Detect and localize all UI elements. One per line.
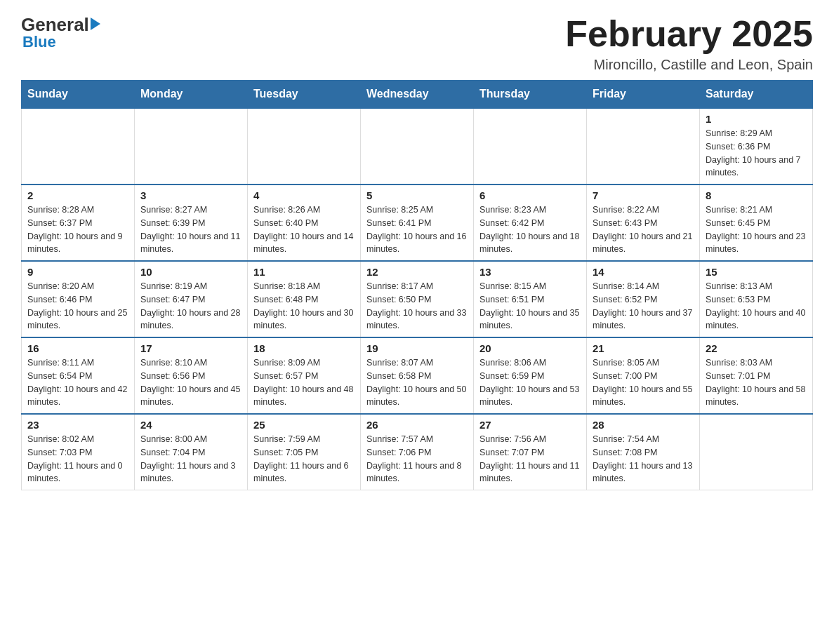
day-info: Sunrise: 8:25 AMSunset: 6:41 PMDaylight:…: [366, 203, 468, 256]
page-header: General Blue February 2025 Mironcillo, C…: [21, 14, 813, 73]
calendar-cell-w1-d2: [135, 108, 248, 185]
logo-arrow-icon: [91, 18, 100, 30]
day-info: Sunrise: 8:18 AMSunset: 6:48 PMDaylight:…: [253, 280, 355, 333]
day-info: Sunrise: 8:00 AMSunset: 7:04 PMDaylight:…: [140, 433, 241, 485]
calendar-cell-w2-d4: 5Sunrise: 8:25 AMSunset: 6:41 PMDaylight…: [361, 185, 474, 261]
day-number: 14: [593, 266, 694, 278]
day-info: Sunrise: 8:07 AMSunset: 6:58 PMDaylight:…: [366, 356, 468, 409]
day-number: 3: [140, 189, 241, 201]
calendar-cell-w4-d7: 22Sunrise: 8:03 AMSunset: 7:01 PMDayligh…: [700, 337, 813, 414]
col-header-monday: Monday: [135, 81, 248, 109]
day-number: 15: [706, 266, 807, 278]
calendar-cell-w5-d4: 26Sunrise: 7:57 AMSunset: 7:06 PMDayligh…: [361, 414, 474, 490]
day-info: Sunrise: 8:11 AMSunset: 6:54 PMDaylight:…: [27, 356, 128, 409]
day-info: Sunrise: 8:28 AMSunset: 6:37 PMDaylight:…: [27, 203, 128, 256]
calendar-week-3: 9Sunrise: 8:20 AMSunset: 6:46 PMDaylight…: [22, 261, 813, 337]
day-number: 23: [27, 419, 128, 431]
day-number: 12: [366, 266, 468, 278]
day-number: 10: [140, 266, 241, 278]
calendar-cell-w4-d2: 17Sunrise: 8:10 AMSunset: 6:56 PMDayligh…: [135, 337, 248, 414]
day-number: 16: [27, 342, 128, 354]
calendar-cell-w4-d4: 19Sunrise: 8:07 AMSunset: 6:58 PMDayligh…: [361, 337, 474, 414]
calendar-cell-w2-d5: 6Sunrise: 8:23 AMSunset: 6:42 PMDaylight…: [474, 185, 587, 261]
day-info: Sunrise: 8:09 AMSunset: 6:57 PMDaylight:…: [253, 356, 355, 409]
calendar-cell-w2-d3: 4Sunrise: 8:26 AMSunset: 6:40 PMDaylight…: [248, 185, 361, 261]
day-number: 7: [593, 189, 694, 201]
logo-area: General Blue: [21, 14, 100, 51]
col-header-thursday: Thursday: [474, 81, 587, 109]
col-header-sunday: Sunday: [22, 81, 135, 109]
calendar-cell-w2-d6: 7Sunrise: 8:22 AMSunset: 6:43 PMDaylight…: [587, 185, 700, 261]
calendar-cell-w1-d6: [587, 108, 700, 185]
calendar-cell-w4-d3: 18Sunrise: 8:09 AMSunset: 6:57 PMDayligh…: [248, 337, 361, 414]
day-number: 8: [706, 189, 807, 201]
day-info: Sunrise: 8:21 AMSunset: 6:45 PMDaylight:…: [706, 203, 807, 256]
calendar-cell-w4-d5: 20Sunrise: 8:06 AMSunset: 6:59 PMDayligh…: [474, 337, 587, 414]
calendar-cell-w3-d2: 10Sunrise: 8:19 AMSunset: 6:47 PMDayligh…: [135, 261, 248, 337]
calendar-week-1: 1Sunrise: 8:29 AMSunset: 6:36 PMDaylight…: [22, 108, 813, 185]
day-info: Sunrise: 7:54 AMSunset: 7:08 PMDaylight:…: [593, 433, 694, 485]
day-number: 19: [366, 342, 468, 354]
day-info: Sunrise: 8:03 AMSunset: 7:01 PMDaylight:…: [706, 356, 807, 409]
day-number: 28: [593, 419, 694, 431]
calendar-cell-w1-d3: [248, 108, 361, 185]
day-number: 22: [706, 342, 807, 354]
col-header-wednesday: Wednesday: [361, 81, 474, 109]
day-number: 20: [479, 342, 581, 354]
day-number: 4: [253, 189, 355, 201]
day-number: 1: [706, 113, 807, 125]
day-info: Sunrise: 8:15 AMSunset: 6:51 PMDaylight:…: [479, 280, 581, 333]
day-info: Sunrise: 7:57 AMSunset: 7:06 PMDaylight:…: [366, 433, 468, 485]
title-area: February 2025 Mironcillo, Castille and L…: [565, 14, 813, 73]
calendar-cell-w2-d2: 3Sunrise: 8:27 AMSunset: 6:39 PMDaylight…: [135, 185, 248, 261]
calendar-cell-w1-d4: [361, 108, 474, 185]
day-number: 24: [140, 419, 241, 431]
day-info: Sunrise: 8:23 AMSunset: 6:42 PMDaylight:…: [479, 203, 581, 256]
calendar-cell-w5-d5: 27Sunrise: 7:56 AMSunset: 7:07 PMDayligh…: [474, 414, 587, 490]
calendar-cell-w5-d6: 28Sunrise: 7:54 AMSunset: 7:08 PMDayligh…: [587, 414, 700, 490]
calendar-header-row: Sunday Monday Tuesday Wednesday Thursday…: [22, 81, 813, 109]
calendar-cell-w1-d1: [22, 108, 135, 185]
calendar-cell-w2-d7: 8Sunrise: 8:21 AMSunset: 6:45 PMDaylight…: [700, 185, 813, 261]
day-info: Sunrise: 8:26 AMSunset: 6:40 PMDaylight:…: [253, 203, 355, 256]
day-info: Sunrise: 8:27 AMSunset: 6:39 PMDaylight:…: [140, 203, 241, 256]
calendar-cell-w3-d4: 12Sunrise: 8:17 AMSunset: 6:50 PMDayligh…: [361, 261, 474, 337]
day-info: Sunrise: 8:13 AMSunset: 6:53 PMDaylight:…: [706, 280, 807, 333]
calendar-cell-w4-d6: 21Sunrise: 8:05 AMSunset: 7:00 PMDayligh…: [587, 337, 700, 414]
day-info: Sunrise: 7:59 AMSunset: 7:05 PMDaylight:…: [253, 433, 355, 485]
day-number: 13: [479, 266, 581, 278]
calendar-cell-w5-d1: 23Sunrise: 8:02 AMSunset: 7:03 PMDayligh…: [22, 414, 135, 490]
calendar-title: February 2025: [565, 14, 813, 54]
calendar-cell-w5-d2: 24Sunrise: 8:00 AMSunset: 7:04 PMDayligh…: [135, 414, 248, 490]
calendar-cell-w3-d5: 13Sunrise: 8:15 AMSunset: 6:51 PMDayligh…: [474, 261, 587, 337]
calendar-cell-w5-d3: 25Sunrise: 7:59 AMSunset: 7:05 PMDayligh…: [248, 414, 361, 490]
calendar-cell-w1-d7: 1Sunrise: 8:29 AMSunset: 6:36 PMDaylight…: [700, 108, 813, 185]
day-info: Sunrise: 8:17 AMSunset: 6:50 PMDaylight:…: [366, 280, 468, 333]
calendar-cell-w4-d1: 16Sunrise: 8:11 AMSunset: 6:54 PMDayligh…: [22, 337, 135, 414]
calendar-cell-w2-d1: 2Sunrise: 8:28 AMSunset: 6:37 PMDaylight…: [22, 185, 135, 261]
day-number: 6: [479, 189, 581, 201]
day-info: Sunrise: 8:20 AMSunset: 6:46 PMDaylight:…: [27, 280, 128, 333]
col-header-friday: Friday: [587, 81, 700, 109]
day-info: Sunrise: 8:06 AMSunset: 6:59 PMDaylight:…: [479, 356, 581, 409]
day-number: 5: [366, 189, 468, 201]
day-number: 25: [253, 419, 355, 431]
day-number: 9: [27, 266, 128, 278]
day-number: 21: [593, 342, 694, 354]
day-info: Sunrise: 8:22 AMSunset: 6:43 PMDaylight:…: [593, 203, 694, 256]
calendar-week-5: 23Sunrise: 8:02 AMSunset: 7:03 PMDayligh…: [22, 414, 813, 490]
calendar-cell-w3-d1: 9Sunrise: 8:20 AMSunset: 6:46 PMDaylight…: [22, 261, 135, 337]
calendar-cell-w3-d6: 14Sunrise: 8:14 AMSunset: 6:52 PMDayligh…: [587, 261, 700, 337]
calendar-cell-w3-d7: 15Sunrise: 8:13 AMSunset: 6:53 PMDayligh…: [700, 261, 813, 337]
day-info: Sunrise: 8:05 AMSunset: 7:00 PMDaylight:…: [593, 356, 694, 409]
col-header-saturday: Saturday: [700, 81, 813, 109]
day-info: Sunrise: 8:02 AMSunset: 7:03 PMDaylight:…: [27, 433, 128, 485]
day-number: 11: [253, 266, 355, 278]
calendar-cell-w1-d5: [474, 108, 587, 185]
day-info: Sunrise: 8:29 AMSunset: 6:36 PMDaylight:…: [706, 127, 807, 180]
calendar-week-4: 16Sunrise: 8:11 AMSunset: 6:54 PMDayligh…: [22, 337, 813, 414]
day-info: Sunrise: 8:14 AMSunset: 6:52 PMDaylight:…: [593, 280, 694, 333]
calendar-cell-w5-d7: [700, 414, 813, 490]
day-info: Sunrise: 8:10 AMSunset: 6:56 PMDaylight:…: [140, 356, 241, 409]
calendar-week-2: 2Sunrise: 8:28 AMSunset: 6:37 PMDaylight…: [22, 185, 813, 261]
